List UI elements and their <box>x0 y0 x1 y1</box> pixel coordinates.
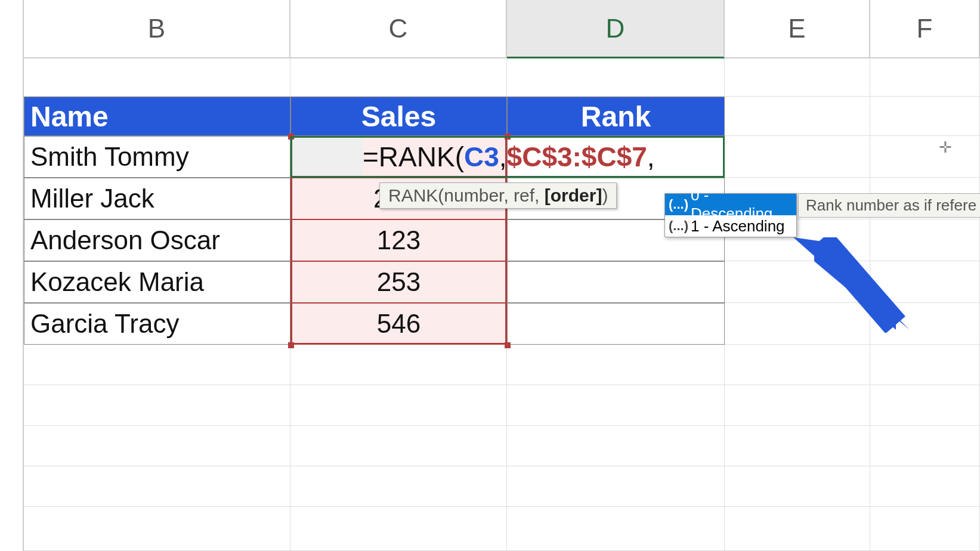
cell-e4[interactable] <box>725 136 870 178</box>
cell-e8[interactable] <box>725 303 870 345</box>
selection-stub <box>292 137 363 177</box>
cell-d12[interactable] <box>507 466 725 507</box>
cell-f4[interactable] <box>870 136 980 178</box>
cell-d9[interactable] <box>507 345 725 385</box>
intellisense-dropdown[interactable]: (...) 0 - Descending (...) 1 - Ascending <box>664 193 797 237</box>
table-cell-sales-4[interactable]: 253 <box>290 261 507 303</box>
cell-c9[interactable] <box>290 345 507 385</box>
cell-f3[interactable] <box>870 97 980 136</box>
cell-e3[interactable] <box>725 97 870 136</box>
tooltip-sig-suffix: ) <box>602 185 608 205</box>
cell-e9[interactable] <box>725 345 870 385</box>
table-cell-name-1[interactable]: Smith Tommy <box>24 136 290 178</box>
cell-e10[interactable] <box>725 385 870 426</box>
cell-b11[interactable] <box>24 426 290 466</box>
table-cell-rank-4[interactable] <box>507 261 725 303</box>
table-header-sales[interactable]: Sales <box>290 97 507 136</box>
cell-b2[interactable] <box>24 58 290 97</box>
cell-f7[interactable] <box>870 261 980 303</box>
cell-d10[interactable] <box>507 385 725 426</box>
cell-f9[interactable] <box>870 345 980 385</box>
cell-c10[interactable] <box>290 385 507 426</box>
constant-icon: (...) <box>669 197 688 212</box>
cell-cursor-icon: ✛ <box>939 138 952 157</box>
col-header-c[interactable]: C <box>290 0 507 58</box>
table-cell-name-5[interactable]: Garcia Tracy <box>24 303 290 345</box>
tooltip-fn: RANK <box>388 185 438 205</box>
table-header-name[interactable]: Name <box>24 97 290 136</box>
row-gutter <box>0 0 24 551</box>
table-cell-name-2[interactable]: Miller Jack <box>24 178 290 219</box>
cell-f11[interactable] <box>870 426 980 466</box>
cell-f2[interactable] <box>870 58 980 97</box>
cell-e7[interactable] <box>725 261 870 303</box>
col-header-f[interactable]: F <box>870 0 980 58</box>
formula-prefix: =RANK( <box>363 141 464 173</box>
cell-d2[interactable] <box>507 58 725 97</box>
intellisense-description: Rank number as if refere <box>798 193 980 218</box>
intellisense-option-ascending[interactable]: (...) 1 - Ascending <box>665 215 796 237</box>
table-cell-name-4[interactable]: Kozacek Maria <box>24 261 290 303</box>
cell-b10[interactable] <box>24 385 290 426</box>
cell-f13[interactable] <box>870 507 980 551</box>
col-header-e[interactable]: E <box>725 0 870 58</box>
cell-d11[interactable] <box>507 426 725 466</box>
tooltip-sig-prefix: (number, ref, <box>438 185 544 205</box>
formula-comma1: , <box>499 141 507 173</box>
cell-f8[interactable] <box>870 303 980 345</box>
table-cell-sales-3[interactable]: 123 <box>290 219 507 261</box>
formula-ref1: C3 <box>464 141 499 173</box>
cell-b12[interactable] <box>24 466 290 507</box>
cell-d13[interactable] <box>507 507 725 551</box>
cell-f12[interactable] <box>870 466 980 507</box>
cell-c13[interactable] <box>290 507 507 551</box>
tooltip-sig-bold: [order] <box>545 185 602 205</box>
constant-icon: (...) <box>669 218 688 234</box>
cell-f6[interactable] <box>870 219 980 261</box>
formula-comma2: , <box>647 141 655 173</box>
table-cell-rank-5[interactable] <box>507 303 725 345</box>
cell-e11[interactable] <box>725 426 870 466</box>
cell-c12[interactable] <box>290 466 507 507</box>
formula-editor[interactable]: =RANK(C3,$C$3:$C$7, <box>363 136 655 178</box>
cell-c2[interactable] <box>290 58 507 97</box>
col-header-b[interactable]: B <box>24 0 290 58</box>
cell-b13[interactable] <box>24 507 290 551</box>
intellisense-option-descending[interactable]: (...) 0 - Descending <box>665 194 796 215</box>
cell-e2[interactable] <box>725 58 870 97</box>
cell-c11[interactable] <box>290 426 507 466</box>
cell-f10[interactable] <box>870 385 980 426</box>
intellisense-label: 1 - Ascending <box>691 217 785 236</box>
cell-b9[interactable] <box>24 345 290 385</box>
cell-e12[interactable] <box>725 466 870 507</box>
table-cell-name-3[interactable]: Anderson Oscar <box>24 219 290 261</box>
table-header-rank[interactable]: Rank <box>507 97 725 136</box>
cell-e13[interactable] <box>725 507 870 551</box>
formula-syntax-tooltip: RANK(number, ref, [order]) <box>379 182 617 209</box>
formula-ref2: $C$3:$C$7 <box>507 141 647 173</box>
col-header-d[interactable]: D <box>507 0 725 58</box>
table-cell-sales-5[interactable]: 546 <box>290 303 507 345</box>
spreadsheet-grid[interactable]: B C D E F Name Sales Rank Smith Tom <box>0 0 980 551</box>
